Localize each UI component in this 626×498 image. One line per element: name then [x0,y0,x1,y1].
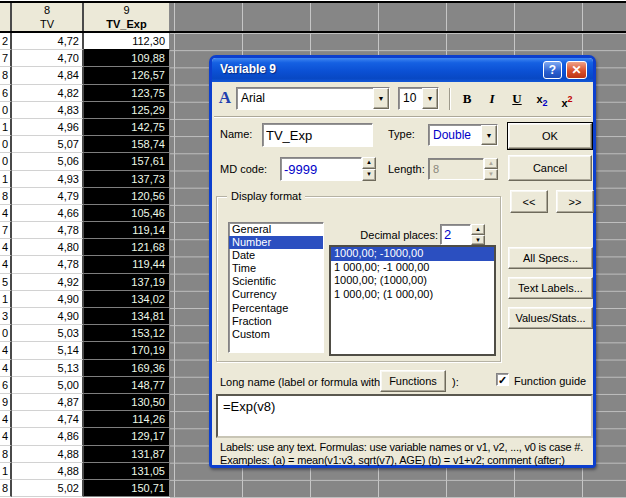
cell-prev-column[interactable]: 7 [0,222,12,239]
cell-tvexp[interactable]: 157,61 [84,153,170,170]
functions-button[interactable]: Functions [380,370,446,392]
cell-tvexp[interactable]: 129,17 [84,428,170,445]
cell-tvexp[interactable]: 120,56 [84,188,170,205]
chevron-down-icon[interactable]: ▼ [373,88,389,109]
cell-tv[interactable]: 5,00 [12,377,84,394]
cell-tvexp[interactable]: 109,88 [84,50,170,67]
cell-tv[interactable]: 5,14 [12,342,84,359]
cell-tvexp[interactable]: 148,77 [84,377,170,394]
type-select[interactable]: Double ▼ [428,124,498,146]
cell-tvexp[interactable]: 137,19 [84,274,170,291]
cell-prev-column[interactable]: 0 [0,153,12,170]
cell-tv[interactable]: 5,03 [12,325,84,342]
md-code-spinner[interactable]: ▲ ▼ [362,157,376,181]
ok-button[interactable]: OK [508,123,592,149]
cell-tvexp[interactable]: 134,81 [84,308,170,325]
cell-tv[interactable]: 4,88 [12,463,84,480]
cell-prev-column[interactable]: 4 [0,411,12,428]
cell-tvexp[interactable]: 105,46 [84,205,170,222]
cell-tv[interactable]: 4,88 [12,446,84,463]
cell-prev-column[interactable]: 8 [0,67,12,84]
cell-tv[interactable]: 4,83 [12,102,84,119]
chevron-down-icon[interactable]: ▼ [481,125,497,145]
spinner-down-icon[interactable]: ▼ [362,169,376,181]
pattern-item[interactable]: 1 000,00; (1 000,00) [331,288,494,302]
dialog-titlebar[interactable]: Variable 9 ? ✕ [212,58,593,82]
text-labels-button[interactable]: Text Labels... [508,277,593,299]
cell-tvexp[interactable]: 126,57 [84,67,170,84]
cell-prev-column[interactable]: 8 [0,480,12,497]
formula-input[interactable]: =Exp(v8) [216,394,593,438]
category-item[interactable]: Number [229,236,323,249]
cell-tvexp[interactable]: 158,74 [84,136,170,153]
underline-button[interactable]: U [505,88,529,110]
cell-tvexp[interactable]: 119,44 [84,256,170,273]
cell-prev-column[interactable]: 8 [0,188,12,205]
cell-tv[interactable]: 4,93 [12,171,84,188]
cell-prev-column[interactable]: 7 [0,50,12,67]
next-variable-button[interactable]: >> [556,190,594,213]
cell-prev-column[interactable]: 4 [0,428,12,445]
format-category-list[interactable]: GeneralNumberDateTimeScientificCurrencyP… [228,222,324,353]
pattern-item[interactable]: 1 000,00; -1 000,00 [331,261,494,275]
prev-variable-button[interactable]: << [510,190,548,213]
cell-tvexp[interactable]: 123,75 [84,85,170,102]
cell-tvexp[interactable]: 137,73 [84,171,170,188]
font-family-select[interactable]: Arial ▼ [236,87,390,110]
category-item[interactable]: Fraction [229,315,323,328]
cell-tv[interactable]: 5,13 [12,360,84,377]
cell-prev-column[interactable]: 3 [0,308,12,325]
cell-prev-column[interactable]: 0 [0,325,12,342]
cell-prev-column[interactable]: 4 [0,256,12,273]
cell-tvexp[interactable]: 114,26 [84,411,170,428]
cell-prev-column[interactable]: 2 [0,33,12,50]
function-guide-checkbox[interactable]: ✓ [496,373,509,386]
cell-tv[interactable]: 4,66 [12,205,84,222]
cell-tv[interactable]: 4,72 [12,33,84,50]
cell-prev-column[interactable]: 4 [0,239,12,256]
cell-prev-column[interactable]: 1 [0,463,12,480]
cell-tv[interactable]: 4,92 [12,274,84,291]
cell-tv[interactable]: 4,96 [12,119,84,136]
cell-tv[interactable]: 4,84 [12,67,84,84]
decimal-places-field[interactable] [441,225,470,244]
cell-tvexp[interactable]: 130,50 [84,394,170,411]
cell-prev-column[interactable]: 4 [0,360,12,377]
cell-tvexp[interactable]: 131,05 [84,463,170,480]
cell-tv[interactable]: 5,02 [12,480,84,497]
cell-tvexp[interactable]: 112,30 [84,33,170,50]
cell-prev-column[interactable]: 1 [0,171,12,188]
cell-tv[interactable]: 4,87 [12,394,84,411]
category-item[interactable]: Date [229,249,323,262]
spinner-up-icon[interactable]: ▲ [471,224,485,235]
cell-prev-column[interactable]: 6 [0,377,12,394]
pattern-item[interactable]: 1000,00; (1000,00) [331,274,494,288]
category-item[interactable]: Currency [229,288,323,301]
font-color-button[interactable]: A [213,87,237,109]
column-header-tv[interactable]: 8 TV [12,3,84,31]
all-specs-button[interactable]: All Specs... [508,247,593,269]
cell-prev-column[interactable]: 4 [0,205,12,222]
subscript-button[interactable]: x2 [530,88,554,110]
cell-tvexp[interactable]: 150,71 [84,480,170,497]
decimal-places-spinner[interactable]: ▲ ▼ [471,224,485,245]
cell-tv[interactable]: 4,79 [12,188,84,205]
cell-tvexp[interactable]: 119,14 [84,222,170,239]
cell-tvexp[interactable]: 131,87 [84,446,170,463]
cell-tvexp[interactable]: 125,29 [84,102,170,119]
cell-tvexp[interactable]: 121,68 [84,239,170,256]
bold-button[interactable]: B [455,88,479,110]
cell-prev-column[interactable]: 5 [0,274,12,291]
cell-prev-column[interactable]: 0 [0,136,12,153]
category-item[interactable]: Percentage [229,302,323,315]
font-size-select[interactable]: 10 ▼ [398,87,439,110]
cell-prev-column[interactable]: 1 [0,119,12,136]
cell-tv[interactable]: 4,80 [12,239,84,256]
column-header-prev[interactable] [0,3,12,31]
cell-tvexp[interactable]: 142,75 [84,119,170,136]
column-header-tvexp[interactable]: 9 TV_Exp [84,3,170,31]
italic-button[interactable]: I [480,88,504,110]
cell-prev-column[interactable]: 0 [0,102,12,119]
spinner-down-icon[interactable]: ▼ [471,235,485,246]
cell-prev-column[interactable]: 8 [0,446,12,463]
